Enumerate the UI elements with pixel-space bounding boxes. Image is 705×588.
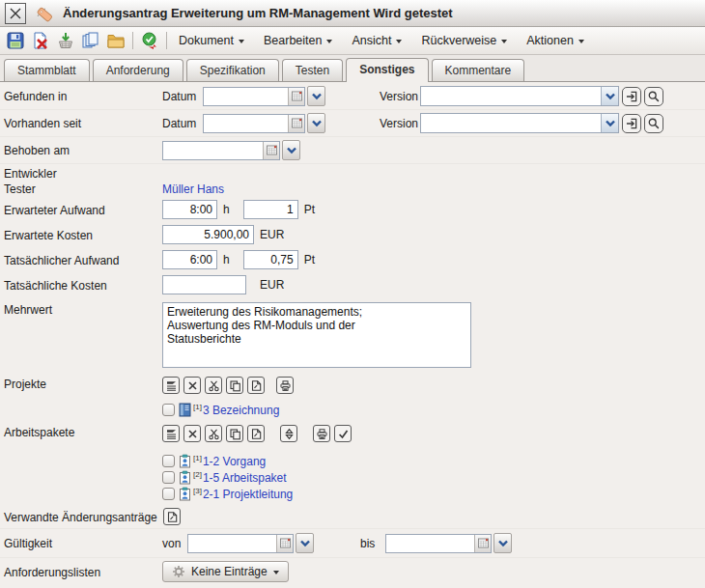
combobox-dropdown-button[interactable] — [601, 114, 618, 132]
gueltigkeit-bis-input[interactable] — [386, 535, 472, 552]
row-anforderungslisten: Anforderungslisten Keine Einträge — [0, 558, 705, 585]
combobox-dropdown-button[interactable] — [601, 87, 618, 105]
row-erwarteter-aufwand: Erwarteter Aufwand h Pt — [0, 197, 705, 222]
gueltigkeit-von-input[interactable] — [188, 535, 274, 552]
calendar-icon — [291, 117, 303, 129]
verwandte-paste-button[interactable] — [163, 508, 181, 525]
row-projekte: Projekte [1] 3 Bezeichnung — [0, 374, 705, 419]
dropdown-button-label: Keine Einträge — [191, 565, 268, 578]
gefunden-in-search-button[interactable] — [644, 87, 663, 106]
arbeitspakete-item-checkbox[interactable] — [162, 471, 175, 484]
folder-button[interactable] — [105, 30, 127, 51]
vorhanden-seit-datum-field[interactable] — [203, 114, 305, 133]
menu-ansicht[interactable]: Ansicht — [346, 31, 408, 50]
behoben-am-datum-field[interactable] — [162, 141, 280, 160]
projekte-cut-button[interactable] — [205, 377, 222, 394]
delete-document-icon — [31, 31, 50, 50]
tab-stammblatt[interactable]: Stammblatt — [4, 59, 90, 81]
status-button[interactable] — [139, 30, 160, 51]
row-entwickler: Entwickler — [0, 164, 705, 181]
behoben-am-datum-input[interactable] — [163, 142, 260, 159]
arbeitspakete-item-checkbox[interactable] — [162, 455, 175, 467]
vorhanden-seit-goto-button[interactable] — [622, 114, 641, 133]
projekte-item-link[interactable]: 3 Bezeichnung — [203, 404, 279, 417]
projekte-print-button[interactable] — [276, 377, 294, 394]
tatsaechlicher-aufwand-punkte-input[interactable] — [243, 250, 298, 269]
list-icon — [165, 379, 178, 392]
save-button[interactable] — [5, 30, 26, 51]
vorhanden-seit-datum-input[interactable] — [204, 115, 286, 132]
arbeitspakete-print-button[interactable] — [313, 425, 330, 442]
menu-label: Bearbeiten — [264, 34, 322, 47]
tester-link[interactable]: Müller Hans — [162, 182, 224, 196]
erwarteter-aufwand-stunden-input[interactable] — [162, 200, 217, 219]
menu-rueckverweise[interactable]: Rückverweise — [415, 31, 513, 50]
projekte-item-checkbox[interactable] — [162, 404, 175, 416]
arbeitspakete-item-link[interactable]: 1-2 Vorgang — [203, 455, 266, 468]
arbeitspakete-remove-button[interactable] — [183, 425, 201, 442]
arbeitspakete-item-link[interactable]: 2-1 Projektleitung — [203, 488, 293, 501]
menu-bearbeiten[interactable]: Bearbeiten — [258, 31, 338, 50]
tab-kommentare[interactable]: Kommentare — [432, 59, 525, 81]
mehrwert-textarea[interactable]: Erweiterung des Risikomanagements; Auswe… — [162, 302, 471, 368]
menu-aktionen[interactable]: Aktionen — [521, 31, 590, 50]
arbeitspakete-sort-button[interactable] — [280, 425, 297, 442]
behoben-am-dropdown-button[interactable] — [282, 140, 300, 160]
gefunden-in-datum-field[interactable] — [203, 87, 305, 106]
row-arbeitspakete: Arbeitspakete [1] 1-2 Vorgang — [0, 419, 705, 505]
arbeitspakete-cut-button[interactable] — [205, 425, 222, 442]
tab-sonstiges[interactable]: Sonstiges — [346, 58, 428, 82]
erwarteter-aufwand-punkte-input[interactable] — [243, 200, 298, 219]
erwartete-kosten-input[interactable] — [162, 225, 254, 244]
arbeitspakete-item-checkbox[interactable] — [162, 488, 175, 500]
goto-icon — [625, 90, 638, 103]
gueltigkeit-bis-field[interactable] — [385, 534, 492, 553]
gueltigkeit-von-dropdown-button[interactable] — [296, 533, 314, 553]
field-label: Gefunden in — [4, 89, 162, 103]
item-index: [1] — [193, 403, 202, 411]
tab-anforderung[interactable]: Anforderung — [93, 59, 183, 81]
points-unit-label: Pt — [304, 203, 315, 216]
calendar-button[interactable] — [288, 115, 304, 132]
calendar-button[interactable] — [474, 535, 491, 552]
arbeitspakete-copy-button[interactable] — [226, 425, 243, 442]
gefunden-in-datum-input[interactable] — [204, 88, 286, 105]
gefunden-in-goto-button[interactable] — [622, 87, 641, 106]
arbeitspakete-list-button[interactable] — [162, 425, 180, 442]
projekte-remove-button[interactable] — [183, 377, 201, 394]
chevron-down-icon — [605, 92, 616, 101]
workpackage-person-icon — [179, 454, 191, 468]
calendar-button[interactable] — [276, 535, 293, 552]
archive-button[interactable] — [55, 30, 76, 51]
tatsaechlicher-aufwand-stunden-input[interactable] — [162, 250, 217, 269]
gefunden-in-version-combobox[interactable] — [420, 86, 619, 106]
gueltigkeit-von-field[interactable] — [187, 534, 294, 553]
tab-testen[interactable]: Testen — [282, 59, 343, 81]
chevron-down-icon — [299, 539, 311, 548]
projekte-list-button[interactable] — [162, 377, 180, 394]
close-button[interactable] — [5, 3, 26, 24]
calendar-button[interactable] — [288, 88, 304, 105]
delete-document-button[interactable] — [30, 30, 51, 51]
arbeitspakete-paste-button[interactable] — [247, 425, 265, 442]
projekte-copy-button[interactable] — [226, 377, 243, 394]
anforderungslisten-dropdown-button[interactable]: Keine Einträge — [162, 561, 289, 582]
gueltigkeit-bis-dropdown-button[interactable] — [494, 533, 512, 553]
vorhanden-seit-datum-dropdown-button[interactable] — [307, 113, 325, 133]
vorhanden-seit-version-combobox[interactable] — [420, 113, 619, 133]
calendar-button[interactable] — [263, 142, 279, 159]
chevron-down-icon — [578, 40, 584, 43]
vorhanden-seit-search-button[interactable] — [644, 114, 663, 133]
copy-button[interactable] — [80, 30, 101, 51]
arbeitspakete-confirm-button[interactable] — [334, 425, 352, 442]
projekte-panel: [1] 3 Bezeichnung — [162, 377, 297, 419]
gefunden-in-datum-dropdown-button[interactable] — [307, 86, 325, 106]
projekte-paste-button[interactable] — [247, 377, 265, 394]
tatsaechliche-kosten-input[interactable] — [162, 275, 246, 294]
tab-spezifikation[interactable]: Spezifikation — [186, 59, 279, 81]
menu-dokument[interactable]: Dokument — [173, 31, 250, 50]
calendar-icon — [291, 90, 303, 102]
basket-arrow-icon — [56, 31, 75, 50]
list-icon — [165, 428, 178, 440]
arbeitspakete-item-link[interactable]: 1-5 Arbeitspaket — [203, 471, 287, 485]
